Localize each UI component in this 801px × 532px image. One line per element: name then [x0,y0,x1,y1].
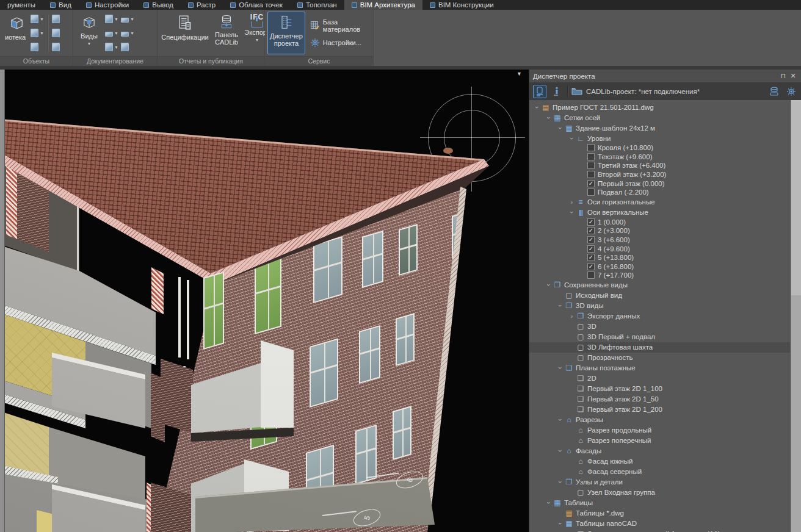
menu-tab-4[interactable]: Растр [181,0,223,10]
menu-tab-8[interactable]: BIM Конструкции [422,0,501,10]
tree-item[interactable]: ❏Первый этаж 2D 1_200 [529,404,790,415]
match-button[interactable] [52,27,60,38]
edit-object-button[interactable]: ▼ [31,27,44,38]
tree-item[interactable]: ⌂Разрез поперечный [529,436,790,446]
tree-item[interactable]: ▢Прозрачность [529,353,790,363]
menu-tab-1[interactable]: Вид [43,0,79,10]
menu-tab-5[interactable]: Облака точек [223,0,290,10]
tree-item[interactable]: ›≡Оси горизонтальные [529,197,790,207]
chevron-expanded-icon[interactable]: › [557,447,564,455]
tree-item[interactable]: ✓2 (+3.000) [529,226,790,235]
views-button[interactable]: Виды ▼ [76,12,103,54]
chevron-collapsed-icon[interactable]: › [568,198,576,206]
menu-tab-6[interactable]: Топоплан [290,0,344,10]
tree-item[interactable]: ▦Экспликация помещений 1-го этажа (А1) [529,529,790,532]
tree-item[interactable]: ▦Таблицы *.dwg [529,508,790,519]
tree-item[interactable]: ✓6 (+16.800) [529,262,790,271]
chevron-expanded-icon[interactable]: › [557,478,564,486]
tree-item[interactable]: Второй этаж (+3.200) [529,170,790,179]
project-manager-button[interactable]: Диспетчер проекта [267,12,305,54]
checkbox-unchecked[interactable] [587,189,595,196]
add-object-button[interactable] [31,41,44,52]
tree-item[interactable]: ›∟Уровни [529,133,790,143]
export-db-button[interactable] [767,85,781,98]
model-viewport[interactable]: 6 5 [0,70,529,532]
tree-item[interactable]: ›❐Узлы и детали [529,477,790,487]
tree-item[interactable]: ⌂Разрез продольный [529,425,790,436]
tree-item[interactable]: 7 (+17.700) [529,271,790,280]
tree-item[interactable]: ⌂Фасад южный [529,456,790,467]
tree-item[interactable]: ✓Первый этаж (0.000) [529,179,790,188]
chevron-expanded-icon[interactable]: › [545,499,553,507]
specifications-button[interactable]: Спецификации [160,12,210,54]
checkbox-unchecked[interactable] [587,271,595,279]
plane-button[interactable]: ▼ [105,27,118,38]
checkbox-unchecked[interactable] [587,153,595,160]
settings-button[interactable]: Настройки... [308,37,371,49]
tree-scrollbar[interactable] [790,100,801,532]
checkbox-checked[interactable]: ✓ [587,227,595,234]
tree-item[interactable]: ›❏Планы поэтажные [529,363,790,373]
checkbox-checked[interactable]: ✓ [587,245,595,253]
element-info-button[interactable] [550,85,564,98]
tree-item[interactable]: ✓3 (+6.600) [529,235,790,245]
tree-item[interactable]: ›⌂Разрезы [529,415,790,425]
viewport-dropdown-icon[interactable]: ▼ [516,71,522,77]
copy-style-button[interactable] [52,13,60,24]
folder-icon[interactable] [571,87,582,95]
checkbox-checked[interactable]: ✓ [587,254,595,261]
menu-tab-3[interactable]: Вывод [136,0,181,10]
menu-tab-7[interactable]: BIM Архитектура [344,0,422,10]
tree-item[interactable]: ▢Исходный вид [529,290,790,301]
chevron-expanded-icon[interactable]: › [568,209,576,217]
menu-tab-0[interactable]: рументы [0,0,43,10]
tree-item[interactable]: ⌂Фасад северный [529,467,790,477]
tree-item[interactable]: ❏Первый этаж 2D 1_50 [529,394,790,404]
checkbox-unchecked[interactable] [587,162,595,169]
book-button[interactable] [52,41,60,52]
chevron-expanded-icon[interactable]: › [534,103,541,111]
checkbox-checked[interactable]: ✓ [587,263,595,270]
panel-settings-button[interactable] [785,85,798,98]
tree-item[interactable]: ›|||Оси вертикальные [529,207,790,218]
dimension2-button[interactable]: ▼ [121,27,134,38]
tree-item[interactable]: ✓1 (0.000) [529,218,790,227]
chevron-collapsed-icon[interactable]: › [568,312,576,320]
tree-item[interactable]: Третий этаж (+6.400) [529,161,790,170]
chevron-expanded-icon[interactable]: › [557,302,564,310]
tree-item[interactable]: ›⌂Фасады [529,446,790,456]
tree-item[interactable]: ›▤Пример ГОСТ 21.501-2011.dwg [529,102,790,112]
cadlib-panel-button[interactable]: Панель CADLib [212,12,241,54]
checkbox-checked[interactable]: ✓ [587,180,595,187]
chevron-expanded-icon[interactable]: › [557,124,564,132]
dimension-button[interactable]: ▼ [121,13,134,24]
checkbox-checked[interactable]: ✓ [587,236,595,243]
tree-item[interactable]: ▢3D Лифтовая шахта [529,342,790,353]
tree-item[interactable]: Кровля (+10.800) [529,143,790,153]
tree-item[interactable]: ›▦Таблицы [529,498,790,508]
tree-item[interactable]: ›▦Сетки осей [529,112,790,123]
tree-item[interactable]: ▢Узел Входная группа [529,487,790,498]
cube-add-button[interactable]: ▼ [105,41,118,52]
tree-item[interactable]: ›❐Экспорт данных [529,311,790,322]
annotate-button[interactable] [121,41,134,52]
chevron-expanded-icon[interactable]: › [557,416,564,424]
checkbox-checked[interactable]: ✓ [587,218,595,226]
project-structure-button[interactable] [533,85,546,98]
chevron-expanded-icon[interactable]: › [557,520,564,528]
tree-item[interactable]: ❏Первый этаж 2D 1_100 [529,384,790,394]
close-icon[interactable]: ✕ [788,72,798,80]
layers-button[interactable]: ▼ [105,13,118,24]
tree-item[interactable]: ›▦Таблицы nanoCAD [529,519,790,529]
tree-item[interactable]: ✓5 (+13.800) [529,253,790,262]
chevron-expanded-icon[interactable]: › [557,364,564,372]
tree-item[interactable]: ❏2D [529,373,790,384]
checkbox-unchecked[interactable] [587,144,595,151]
tree-item[interactable]: ›❐3D виды [529,301,790,311]
tree-item[interactable]: Техэтаж (+9.600) [529,153,790,162]
menu-tab-2[interactable]: Настройки [79,0,136,10]
tree-item[interactable]: ›❐Сохраненные виды [529,280,790,290]
tree-item[interactable]: ▢3D [529,322,790,332]
chevron-expanded-icon[interactable]: › [545,281,553,289]
library-button[interactable]: иотека [2,12,28,54]
